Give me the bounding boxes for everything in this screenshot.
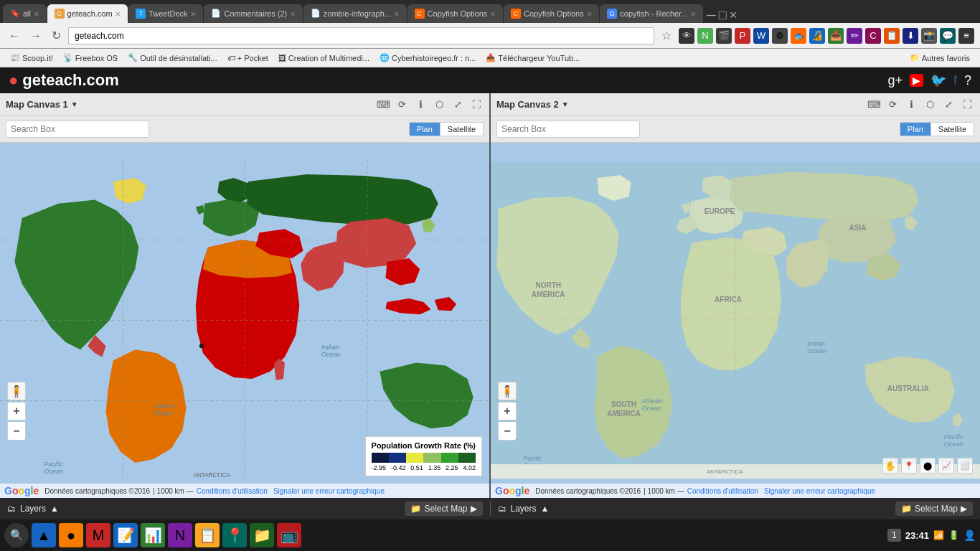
window-close[interactable]: ×	[730, 8, 738, 23]
tool-square-2[interactable]: ⬜	[957, 458, 973, 474]
taskbar-video-icon[interactable]: 📺	[277, 523, 301, 547]
layers-icon-2[interactable]: ⬡	[923, 98, 937, 112]
layers-expand-1[interactable]: ▲	[50, 504, 59, 514]
bookmark-creation[interactable]: 🖼 Creation of Multimedi...	[274, 52, 374, 64]
map-report-2[interactable]: Signaler une erreur cartographique	[764, 487, 875, 495]
ext-icon-3[interactable]: 🎬	[716, 28, 732, 44]
ext-icon-14[interactable]: 💬	[940, 28, 956, 44]
taskbar-docs-icon[interactable]: 📝	[113, 523, 138, 547]
tool-line-2[interactable]: 📈	[938, 458, 954, 474]
ext-icon-6[interactable]: ⚙	[772, 28, 788, 44]
tab-tweetdeck[interactable]: T TweetDeck ×	[128, 4, 203, 23]
tab-google[interactable]: G copyfish - Recher... ×	[600, 4, 703, 23]
map-type-plan-2[interactable]: Plan	[900, 123, 931, 136]
expand-icon-1[interactable]: ⤢	[451, 98, 465, 112]
ext-icon-5[interactable]: W	[753, 28, 769, 44]
ext-icon-13[interactable]: 📸	[921, 28, 937, 44]
bookmark-cyber[interactable]: 🌐 Cyberhistoiregeo.fr : n...	[375, 52, 480, 64]
tab-close-tweetdeck[interactable]: ×	[191, 9, 197, 19]
tab-close-zombie[interactable]: ×	[394, 9, 400, 19]
ext-icon-8[interactable]: 📥	[828, 28, 844, 44]
facebook-icon[interactable]: f	[953, 73, 957, 88]
tab-zombie[interactable]: 📄 zombie-infograph... ×	[303, 4, 407, 23]
tab-close-copyfish1[interactable]: ×	[490, 9, 496, 19]
fullscreen-icon-1[interactable]: ⛶	[469, 98, 484, 112]
tab-geteach[interactable]: G geteach.com ×	[47, 4, 128, 23]
ext-icon-9[interactable]: ✏	[847, 28, 862, 44]
select-map-btn-1[interactable]: 📁 Select Map ▶	[405, 501, 482, 516]
taskbar-chrome-icon[interactable]: ●	[59, 523, 83, 547]
tab-close-commentaires[interactable]: ×	[290, 9, 296, 19]
refresh-icon-2[interactable]: ⟳	[885, 98, 900, 112]
ext-icon-1[interactable]: 👁	[679, 28, 694, 44]
bookmark-freebox[interactable]: 📡 Freebox OS	[59, 52, 122, 64]
tab-close-copyfish2[interactable]: ×	[587, 9, 593, 19]
tab-close-google[interactable]: ×	[690, 9, 696, 19]
google-plus-icon[interactable]: g+	[887, 73, 903, 88]
bookmark-pocket[interactable]: 🏷 + Pocket	[223, 52, 273, 64]
ext-icon-copyfish[interactable]: 🐟	[791, 28, 806, 44]
taskbar-search-btn[interactable]: 🔍	[4, 523, 29, 547]
back-button[interactable]: ←	[6, 28, 23, 44]
taskbar-user-icon[interactable]: 👤	[963, 529, 976, 541]
layers-icon-1[interactable]: ⬡	[432, 98, 446, 112]
zoom-out-button-1[interactable]: −	[7, 422, 26, 441]
tab-copyfish2[interactable]: C Copyfish Options ×	[504, 4, 599, 23]
keyboard-icon-2[interactable]: ⌨	[867, 98, 881, 112]
ext-icon-12[interactable]: ⬇	[903, 28, 918, 44]
map-type-plan-1[interactable]: Plan	[410, 123, 440, 136]
bookmark-youtube[interactable]: 📥 Téléchargeur YouTub...	[481, 52, 584, 64]
taskbar-files-icon[interactable]: 📁	[250, 523, 274, 547]
taskbar-slides-icon[interactable]: 📋	[195, 523, 220, 547]
map-title-1[interactable]: Map Canvas 1 ▼	[6, 99, 78, 110]
map-conditions-1[interactable]: Conditions d'utilisation	[197, 487, 268, 495]
tab-all[interactable]: 🔖 all ×	[3, 4, 47, 23]
map-title-2[interactable]: Map Canvas 2 ▼	[496, 99, 569, 110]
taskbar-onenote-icon[interactable]: N	[168, 523, 192, 547]
reload-button[interactable]: ↻	[49, 27, 64, 44]
map-report-1[interactable]: Signaler une erreur cartographique	[273, 487, 385, 495]
map-canvas-2[interactable]: Pacific Ocean Atlantic Ocean Indian Ocea…	[491, 143, 980, 498]
bookmark-outil[interactable]: 🔧 Outil de désinstallati...	[123, 52, 222, 64]
taskbar-sheets-icon[interactable]: 📊	[141, 523, 165, 547]
map-dropdown-icon-2[interactable]: ▼	[562, 100, 569, 108]
map-canvas-1[interactable]: Pacific Ocean Atlantic Ocean Indian Ocea…	[0, 143, 489, 498]
twitter-icon[interactable]: 🐦	[930, 72, 946, 88]
search-input-1[interactable]	[6, 121, 149, 138]
zoom-in-button-2[interactable]: +	[498, 402, 517, 420]
pegman-button-1[interactable]: 🧍	[7, 382, 26, 400]
search-input-2[interactable]	[496, 121, 640, 138]
ext-icon-7[interactable]: 🔏	[809, 28, 825, 44]
ext-icon-10[interactable]: C	[865, 28, 881, 44]
ext-icon-menu[interactable]: ≡	[958, 28, 974, 44]
tab-close-geteach[interactable]: ×	[116, 9, 121, 19]
taskbar-gmail-icon[interactable]: M	[86, 523, 110, 547]
youtube-icon[interactable]: ▶	[910, 74, 923, 87]
zoom-in-button-1[interactable]: +	[7, 402, 26, 420]
tab-close-all[interactable]: ×	[34, 9, 39, 19]
tab-commentaires[interactable]: 📄 Commentaires (2) ×	[204, 4, 303, 23]
map-dropdown-icon-1[interactable]: ▼	[71, 100, 78, 108]
window-minimize[interactable]: ─	[707, 8, 716, 23]
bookmark-button[interactable]: ☆	[659, 27, 674, 44]
ext-icon-11[interactable]: 📋	[884, 28, 900, 44]
forward-button[interactable]: →	[27, 28, 44, 44]
tool-circle-2[interactable]: ⬤	[920, 458, 936, 474]
window-maximize[interactable]: □	[719, 8, 727, 23]
tab-copyfish1[interactable]: C Copyfish Options ×	[407, 4, 503, 23]
pegman-button-2[interactable]: 🧍	[498, 382, 517, 400]
refresh-icon-1[interactable]: ⟳	[395, 98, 409, 112]
url-bar[interactable]	[68, 27, 654, 44]
ext-icon-4[interactable]: P	[735, 28, 750, 44]
map-conditions-2[interactable]: Conditions d'utilisation	[687, 487, 758, 495]
map-type-satellite-1[interactable]: Satellite	[440, 123, 483, 136]
keyboard-icon-1[interactable]: ⌨	[376, 98, 390, 112]
zoom-out-button-2[interactable]: −	[498, 422, 517, 441]
help-icon[interactable]: ?	[964, 73, 971, 88]
fullscreen-icon-2[interactable]: ⛶	[960, 98, 974, 112]
bookmark-autres[interactable]: 📁 Autres favoris	[905, 52, 974, 64]
bookmark-scooplt[interactable]: 📰 Scoop.it!	[6, 52, 57, 64]
layers-expand-2[interactable]: ▲	[541, 504, 550, 514]
ext-icon-2[interactable]: N	[697, 28, 713, 44]
expand-icon-2[interactable]: ⤢	[941, 98, 956, 112]
